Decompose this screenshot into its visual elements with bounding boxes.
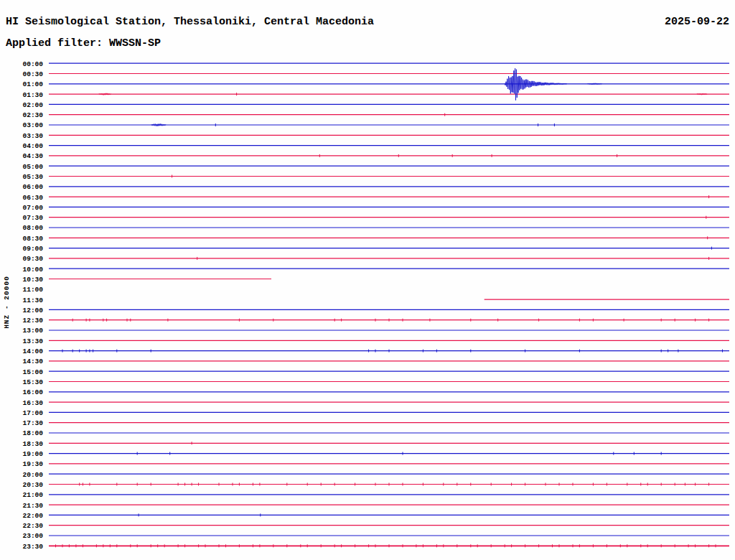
time-label: 08:30 — [22, 235, 43, 243]
time-label: 17:00 — [22, 409, 43, 417]
time-label: 09:30 — [22, 255, 43, 263]
time-label: 11:00 — [22, 286, 43, 294]
filter-label: Applied filter: WWSSN-SP — [6, 37, 161, 50]
time-label: 21:30 — [22, 502, 43, 510]
time-label: 14:30 — [22, 358, 43, 365]
time-label: 15:00 — [22, 368, 43, 376]
time-label: 18:00 — [22, 429, 43, 437]
time-label: 00:30 — [22, 70, 43, 78]
time-label: 14:00 — [22, 347, 43, 355]
helicorder-plot: 00:0000:3001:0001:3002:0002:3003:0003:30… — [0, 54, 735, 560]
time-label: 17:30 — [22, 419, 43, 427]
time-label: 13:30 — [22, 337, 43, 345]
time-label: 01:00 — [22, 80, 43, 88]
time-label: 13:00 — [22, 327, 43, 335]
time-label: 12:00 — [22, 307, 43, 314]
time-label: 06:00 — [22, 183, 43, 191]
time-label: 16:30 — [22, 399, 43, 407]
time-label: 05:30 — [22, 173, 43, 181]
time-label: 23:00 — [22, 532, 43, 540]
time-label: 19:30 — [22, 460, 43, 468]
time-label: 10:30 — [22, 276, 43, 284]
time-label: 10:00 — [22, 266, 43, 274]
time-label: 01:30 — [22, 91, 43, 99]
time-label: 18:30 — [22, 440, 43, 448]
time-label: 20:00 — [22, 471, 43, 479]
seismic-event-waveform — [151, 123, 166, 126]
time-label: 23:30 — [22, 543, 43, 551]
time-label: 08:00 — [22, 224, 43, 232]
time-label: 19:00 — [22, 450, 43, 458]
date-label: 2025-09-22 — [665, 16, 729, 28]
time-label: 05:00 — [22, 163, 43, 171]
time-label: 02:00 — [22, 101, 43, 109]
time-label: 07:00 — [22, 204, 43, 212]
seismic-event-waveform — [588, 83, 602, 85]
helicorder-page: HI Seismological Station, Thessaloniki, … — [0, 0, 735, 560]
time-label: 11:30 — [22, 297, 43, 304]
time-label: 03:00 — [22, 121, 43, 129]
time-label: 06:30 — [22, 194, 43, 202]
time-label: 00:00 — [22, 60, 43, 68]
time-label: 22:30 — [22, 522, 43, 530]
time-label: 04:00 — [22, 142, 43, 150]
time-label: 22:00 — [22, 512, 43, 520]
time-label: 02:30 — [22, 111, 43, 119]
time-label: 12:30 — [22, 317, 43, 325]
time-label: 15:30 — [22, 378, 43, 386]
time-label: 03:30 — [22, 132, 43, 140]
time-label: 16:00 — [22, 388, 43, 396]
seismic-event-waveform — [505, 68, 566, 101]
station-title: HI Seismological Station, Thessaloniki, … — [6, 16, 374, 28]
time-label: 07:30 — [22, 214, 43, 222]
time-label: 21:00 — [22, 491, 43, 499]
time-label: 20:30 — [22, 481, 43, 489]
seismic-event-waveform — [99, 93, 111, 95]
time-label: 04:30 — [22, 152, 43, 160]
time-label: 09:00 — [22, 245, 43, 253]
